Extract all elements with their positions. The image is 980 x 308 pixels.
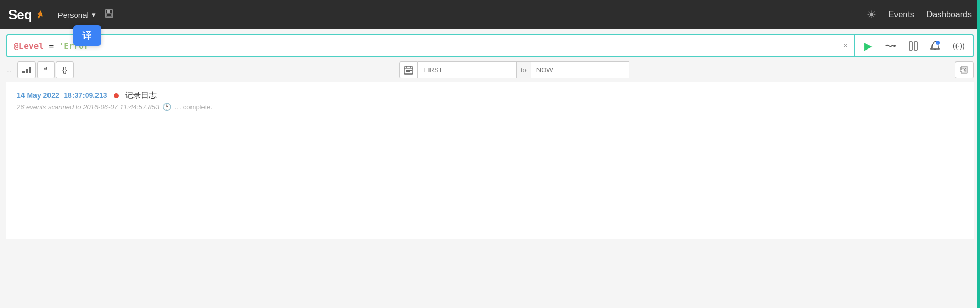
toolbar-right: ◀ [955, 61, 974, 78]
query-keyword: @Level [14, 41, 44, 51]
scan-history-icon: 🕐 [162, 103, 171, 111]
header: Seq Personal ▾ ☀ Events Dashboards [0, 0, 980, 29]
svg-rect-7 [914, 42, 917, 50]
svg-text:+: + [937, 42, 939, 45]
svg-rect-6 [909, 42, 912, 50]
signal-icon: ((·)) [952, 41, 964, 51]
svg-rect-22 [406, 71, 408, 72]
columns-button[interactable] [903, 38, 924, 54]
svg-rect-13 [26, 69, 28, 73]
event-row: 14 May 2022 18:37:09.213 记录日志 [17, 91, 963, 101]
ellipsis-label: ... [6, 66, 12, 74]
signal-button[interactable]: ((·)) [947, 38, 970, 54]
quote-icon: ❝ [44, 66, 48, 74]
brace-icon: {} [62, 66, 67, 74]
action-buttons: ▶ + [855, 34, 974, 57]
calendar-icon [404, 65, 413, 75]
chart-view-button[interactable] [17, 61, 36, 78]
date-from-input[interactable] [418, 61, 517, 78]
svg-rect-14 [29, 67, 31, 73]
clear-query-button[interactable]: × [837, 37, 854, 55]
query-operator: = [49, 41, 58, 51]
event-time: 18:37:09.213 [64, 91, 107, 100]
clear-range-icon: ◀ [960, 66, 969, 74]
event-scan-text: 26 events scanned to 2016-06-07 11:44:57… [17, 103, 159, 111]
chart-icon [22, 66, 31, 74]
svg-rect-12 [22, 71, 25, 73]
svg-rect-23 [408, 71, 410, 72]
event-scan-suffix: … complete. [174, 103, 212, 111]
date-to-separator: to [517, 61, 531, 78]
right-accent-bar [977, 0, 980, 308]
date-range: to [399, 61, 629, 78]
run-query-button[interactable]: ▶ [858, 36, 878, 56]
event-scan-info: 26 events scanned to 2016-06-07 11:44:57… [17, 103, 963, 111]
save-button[interactable] [100, 7, 118, 23]
logo-text: Seq [8, 7, 32, 23]
svg-rect-3 [107, 10, 110, 13]
tail-icon [885, 41, 896, 51]
nav-right: ☀ Events Dashboards [867, 8, 972, 21]
translate-popup[interactable]: 译 [73, 25, 101, 46]
toolbar-center: to [74, 61, 955, 78]
search-bar: @Level = 'Error' × [6, 34, 855, 57]
nav-dashboards-link[interactable]: Dashboards [927, 10, 972, 19]
alert-icon: + [930, 41, 940, 51]
event-level-dot [114, 93, 119, 98]
theme-toggle-icon[interactable]: ☀ [867, 8, 876, 21]
workspace-label: Personal [58, 10, 89, 19]
svg-rect-4 [106, 14, 112, 16]
query-display[interactable]: @Level = 'Error' [7, 36, 837, 56]
alert-button[interactable]: + [925, 37, 946, 55]
event-date: 14 May 2022 [17, 91, 59, 100]
tail-button[interactable] [879, 38, 902, 54]
json-view-button[interactable]: {} [56, 61, 74, 78]
svg-text:((·)): ((·)) [953, 42, 964, 50]
quote-view-button[interactable]: ❝ [37, 61, 55, 78]
logo-flame-icon [35, 9, 45, 20]
svg-rect-21 [410, 70, 412, 71]
toolbar-row: ... ❝ {} [0, 57, 980, 82]
workspace-selector[interactable]: Personal ▾ [54, 8, 100, 21]
svg-point-5 [894, 45, 896, 47]
event-message: 记录日志 [125, 91, 157, 100]
workspace-chevron-icon: ▾ [92, 10, 96, 19]
toolbar-left: ... ❝ {} [6, 61, 74, 78]
logo: Seq [8, 7, 45, 23]
save-icon [104, 9, 114, 18]
columns-icon [909, 41, 918, 51]
calendar-button[interactable] [399, 61, 418, 78]
svg-text:◀: ◀ [960, 68, 964, 73]
nav-events-link[interactable]: Events [889, 10, 914, 19]
svg-rect-20 [408, 70, 410, 71]
svg-rect-19 [406, 70, 408, 71]
date-to-input[interactable] [531, 61, 629, 78]
clear-range-button[interactable]: ◀ [955, 61, 974, 78]
content-area: 14 May 2022 18:37:09.213 记录日志 26 events … [6, 82, 974, 239]
